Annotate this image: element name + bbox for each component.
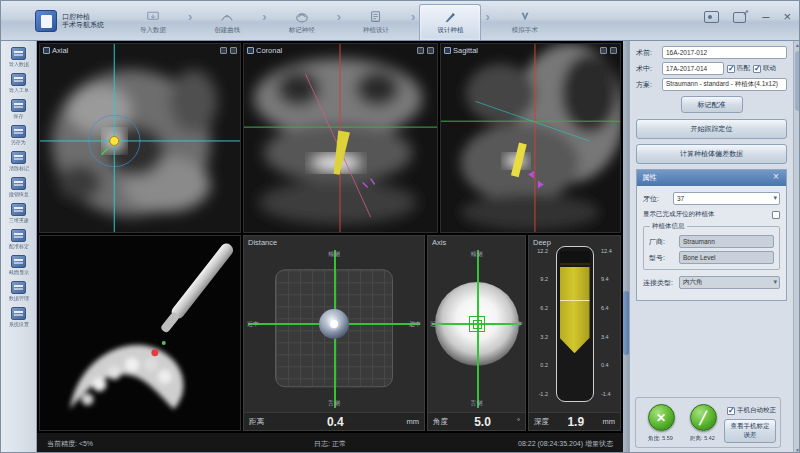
import-model-icon [11, 73, 26, 86]
pin-icon[interactable] [220, 47, 227, 54]
track-button[interactable]: 开始跟踪定位 [636, 119, 787, 139]
sidebar-item-11[interactable]: 系统设置 [2, 307, 36, 328]
implant-info-title: 种植体信息 [650, 222, 687, 231]
calc-deviation-button[interactable]: 计算种植体偏差数据 [636, 144, 787, 164]
depth-scale-left: 12.29.26.23.20.2-1.2 [531, 246, 548, 402]
sidebar-item-7[interactable]: 三维重建 [2, 203, 36, 224]
gauge-title: Axis [432, 238, 446, 247]
intraop-input[interactable] [662, 62, 724, 75]
workflow-step-label: 设计种植 [437, 26, 463, 35]
distance-gauge: Distance 颊侧 舌侧 近中 远中 距离 0.4 mm [243, 235, 425, 431]
actions-panel: ✕ 角度: 5.59 ╱ 距离: 5.42 手机自动校正 查看手机标定误差 [635, 397, 781, 448]
tooth-select[interactable]: 37 [673, 192, 780, 205]
close-icon[interactable] [772, 174, 781, 183]
register-icon [11, 229, 26, 242]
axial-viewport[interactable]: Axial [39, 43, 241, 233]
direction-label-left: 近中 [247, 320, 259, 329]
workflow-step-2[interactable]: 创建曲线 [196, 4, 258, 40]
depth-scale-tick: 0.2 [540, 362, 548, 368]
workflow-step-5[interactable]: 设计种植 [419, 4, 481, 40]
axis-target-reticle [469, 316, 485, 332]
properties-header: 属性 [642, 173, 657, 183]
maximize-icon[interactable] [427, 47, 434, 54]
workflow-step-4[interactable]: 种植设计 [345, 4, 407, 40]
direction-label-right: 远中 [511, 320, 523, 329]
plan-label: 方案: [636, 80, 662, 90]
depth-scale-tick: 6.2 [540, 305, 548, 311]
metric-unit: mm [407, 417, 420, 426]
curve-icon [218, 9, 236, 25]
distance-check-button[interactable]: ╱ [690, 404, 717, 431]
vendor-input[interactable] [679, 235, 774, 248]
connection-type-select[interactable]: 内六角 [679, 276, 780, 289]
calibration-error-button[interactable]: 查看手机标定误差 [724, 419, 776, 443]
sidebar-item-6[interactable]: 撤销恢复 [2, 177, 36, 198]
workflow-step-1[interactable]: 导入数据 [122, 4, 184, 40]
simulate-icon [516, 9, 534, 25]
model-input[interactable] [679, 251, 774, 264]
workflow-steps: 导入数据›创建曲线›标记神经›种植设计›设计种植›模拟手术 [122, 1, 556, 41]
tool-sidebar: 导入数据导入工单保存另存为清除标记撤销恢复三维重建配准标定截面显示数据管理系统设… [1, 41, 37, 453]
plan-input[interactable] [662, 78, 787, 91]
pin-icon[interactable] [600, 47, 607, 54]
sidebar-item-label: 系统设置 [9, 321, 29, 327]
sidebar-item-1[interactable]: 导入数据 [2, 47, 36, 68]
workflow-step-3[interactable]: 标记神经 [271, 4, 333, 40]
plan-icon [367, 9, 385, 25]
direction-label-right: 远中 [409, 320, 421, 329]
sagittal-ct-image [441, 44, 620, 232]
cast-window-icon[interactable] [704, 11, 719, 23]
right-panel: 术前: 术中: 匹配 联动 方案: 标记配准 开始跟踪定位 计算种植体偏差数据 [629, 41, 800, 453]
match-checkbox[interactable] [727, 65, 735, 73]
link-checkbox[interactable] [753, 65, 761, 73]
share-export-icon[interactable] [733, 11, 748, 23]
sidebar-item-8[interactable]: 配准标定 [2, 229, 36, 250]
app-title-line1: 口腔种植 [62, 13, 114, 21]
import-data-icon [144, 9, 162, 25]
pin-icon[interactable] [417, 47, 424, 54]
save-as-icon [11, 125, 26, 138]
sidebar-item-label: 另存为 [11, 139, 26, 145]
show-completed-checkbox[interactable] [772, 211, 780, 219]
sidebar-item-9[interactable]: 截面显示 [2, 255, 36, 276]
status-center: 日志: 正常 [245, 439, 415, 449]
three-d-viewport[interactable] [39, 235, 241, 431]
workflow-step-label: 标记神经 [289, 26, 315, 35]
sidebar-item-5[interactable]: 清除标记 [2, 151, 36, 172]
sidebar-item-2[interactable]: 导入工单 [2, 73, 36, 94]
slice-icon [11, 255, 26, 268]
sidebar-item-4[interactable]: 另存为 [2, 125, 36, 146]
coronal-ct-image [244, 44, 437, 232]
link-checkbox-label: 联动 [763, 64, 776, 73]
auto-correct-checkbox[interactable] [727, 407, 735, 415]
angle-caption: 角度: 5.59 [649, 434, 674, 442]
sidebar-item-3[interactable]: 保存 [2, 99, 36, 120]
show-completed-label: 显示已完成牙位的种植体 [643, 210, 715, 219]
coronal-viewport[interactable]: Coronal [243, 43, 438, 233]
axis-gauge: Axis 颊侧 舌侧 近中 远中 角度 5.0 ° [427, 235, 526, 431]
right-panel-scrollbar[interactable] [793, 41, 800, 453]
workflow-step-6[interactable]: 模拟手术 [494, 4, 556, 40]
close-button[interactable]: × [783, 12, 791, 22]
register-button[interactable]: 标记配准 [681, 96, 743, 113]
settings-icon [11, 307, 26, 320]
sidebar-item-label: 导入数据 [9, 61, 29, 67]
scrollbar-thumb[interactable] [795, 51, 800, 111]
distance-caption: 距离: 5.42 [691, 434, 716, 442]
direction-label-top: 颊侧 [471, 250, 483, 259]
connection-type-label: 连接类型: [643, 278, 679, 288]
angle-check-button[interactable]: ✕ [648, 404, 675, 431]
maximize-icon[interactable] [230, 47, 237, 54]
maximize-icon[interactable] [610, 47, 617, 54]
minimize-button[interactable]: – [762, 12, 769, 22]
nerve-icon [293, 9, 311, 25]
sagittal-viewport[interactable]: Sagittal [440, 43, 621, 233]
chevron-right-icon: › [262, 9, 266, 24]
viewport-info-icon [247, 47, 254, 54]
auto-correct-label: 手机自动校正 [737, 406, 776, 415]
preop-input[interactable] [662, 46, 787, 59]
app-logo-icon [35, 10, 57, 32]
direction-label-left: 近中 [430, 320, 442, 329]
sidebar-item-10[interactable]: 数据管理 [2, 281, 36, 302]
metric-label: 距离 [249, 417, 264, 427]
